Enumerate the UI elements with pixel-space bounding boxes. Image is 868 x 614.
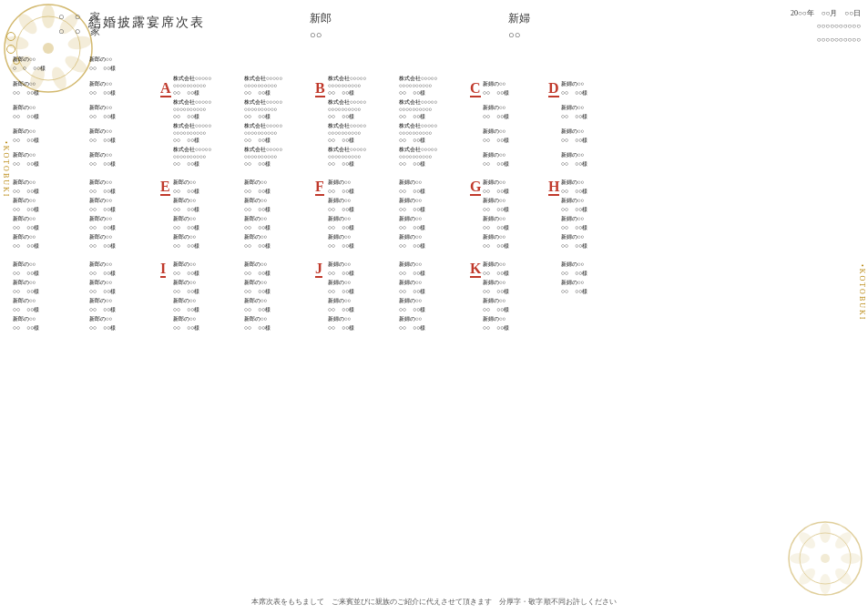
s2r1-c1: 新郎の○○ ○○ ○○様 [89, 179, 160, 196]
s1r4-c6: 新婦の○○ ○○ ○○様 [483, 151, 548, 169]
s3r1-c0: 新郎の○○ ○○ ○○様 [13, 261, 84, 278]
s3-row3: 新郎の○○ ○○ ○○様 新郎の○○ ○○ ○○様 新郎の○○ ○○ ○○様 新… [13, 297, 855, 314]
kotobuki-right-text: •KOTOBUKI [858, 264, 866, 321]
seating-chart: 新郎の○○ ○ ○ ○○様 新郎の○○ ○○ ○○様 新郎の○○ ○○ ○○様 … [13, 47, 855, 588]
s3r2-c6: 新婦の○○ ○○ ○○様 [483, 279, 548, 296]
s2-row2: 新郎の○○ ○○ ○○様 新郎の○○ ○○ ○○様 新郎の○○ ○○ ○○様 新… [13, 197, 855, 214]
s2r2-c0: 新郎の○○ ○○ ○○様 [13, 197, 84, 214]
s2r2-c1: 新郎の○○ ○○ ○○様 [89, 197, 160, 214]
date-block: 20○○年 ○○月 ○○日 ○○○○○○○○○○ ○○○○○○○○○○ [791, 7, 861, 46]
s1-row2: 新郎の○○ ○○ ○○様 新郎の○○ ○○ ○○様 株式会社○○○○○ ○○○○… [13, 98, 855, 121]
s1r1-c6: 新婦の○○ ○○ ○○様 [483, 80, 548, 97]
s3-row2: 新郎の○○ ○○ ○○様 新郎の○○ ○○ ○○様 新郎の○○ ○○ ○○様 新… [13, 279, 855, 296]
s1r3-c2: 株式会社○○○○○ ○○○○○○○○○○ ○○ ○○様 [173, 122, 244, 145]
s3r1-c6: 新婦の○○ ○○ ○○様 [483, 261, 548, 278]
s3r1-c1: 新郎の○○ ○○ ○○様 [89, 261, 160, 278]
label-K: K [470, 261, 481, 278]
s2r1-c7: 新婦の○○ ○○ ○○様 [561, 179, 627, 196]
svg-point-16 [42, 5, 55, 28]
s3r1-c7: 新婦の○○ ○○ ○○様 [561, 261, 627, 278]
s3r4-c3: 新郎の○○ ○○ ○○様 [244, 315, 315, 333]
s3r2-c4: 新婦の○○ ○○ ○○様 [328, 279, 399, 296]
s2r4-c7: 新婦の○○ ○○ ○○様 [561, 233, 627, 251]
s1r3-c0: 新郎の○○ ○○ ○○様 [13, 128, 84, 145]
s2r2-c7: 新婦の○○ ○○ ○○様 [561, 197, 627, 214]
s1r4-c1: 新郎の○○ ○○ ○○様 [89, 151, 160, 169]
shinro-name: ○○ [310, 29, 322, 40]
s1r3-c4: 株式会社○○○○○ ○○○○○○○○○○ ○○ ○○様 [328, 122, 399, 145]
label-D: D [548, 81, 559, 97]
s2r1-c6: 新婦の○○ ○○ ○○様 [483, 179, 548, 196]
s1r2-c1: 新郎の○○ ○○ ○○様 [89, 104, 160, 121]
s2r2-c5: 新婦の○○ ○○ ○○様 [399, 197, 470, 214]
s3r3-c5: 新婦の○○ ○○ ○○様 [399, 297, 470, 314]
s2-row4: 新郎の○○ ○○ ○○様 新郎の○○ ○○ ○○様 新郎の○○ ○○ ○○様 新… [13, 233, 855, 251]
s1r2-c6: 新婦の○○ ○○ ○○様 [483, 104, 548, 121]
footer-text: 本席次表をもちまして ご来賓並びに親族のご紹介に代えさせて頂きます 分厚字・敬字… [251, 598, 618, 607]
s2-row3: 新郎の○○ ○○ ○○様 新郎の○○ ○○ ○○様 新郎の○○ ○○ ○○様 新… [13, 215, 855, 232]
date-line1: 20○○年 ○○月 ○○日 [791, 7, 861, 20]
s1r4-c4: 株式会社○○○○○ ○○○○○○○○○○ ○○ ○○様 [328, 146, 399, 169]
page-title: 結婚披露宴席次表 [88, 15, 205, 31]
s3r4-c4: 新婦の○○ ○○ ○○様 [328, 315, 399, 333]
s1-row1: 新郎の○○ ○○ ○○様 新郎の○○ ○○ ○○様 A 株式会社○○○○○ ○○… [13, 75, 855, 97]
s3r3-c3: 新郎の○○ ○○ ○○様 [244, 297, 315, 314]
label-I: I [160, 261, 166, 278]
s3r4-c2: 新郎の○○ ○○ ○○様 [173, 315, 244, 333]
s1r1-c2: 株式会社○○○○○ ○○○○○○○○○○ ○○ ○○様 [173, 75, 244, 97]
s3r4-c1: 新郎の○○ ○○ ○○様 [89, 315, 160, 333]
label-A: A [160, 81, 171, 97]
s1r1-c3: 株式会社○○○○○ ○○○○○○○○○○ ○○ ○○様 [244, 75, 315, 97]
s2r3-c1: 新郎の○○ ○○ ○○様 [89, 215, 160, 232]
s3-row1: 新郎の○○ ○○ ○○様 新郎の○○ ○○ ○○様 I 新郎の○○ ○○ ○○様… [13, 261, 855, 278]
s1r1-c0: 新郎の○○ ○○ ○○様 [13, 80, 84, 97]
s3r3-c6: 新婦の○○ ○○ ○○様 [483, 297, 548, 314]
s2-row1: 新郎の○○ ○○ ○○様 新郎の○○ ○○ ○○様 E 新郎の○○ ○○ ○○様… [13, 179, 855, 196]
s2r4-c4: 新婦の○○ ○○ ○○様 [328, 233, 399, 251]
s2r3-c4: 新婦の○○ ○○ ○○様 [328, 215, 399, 232]
date-line2: ○○○○○○○○○○ [791, 20, 861, 33]
s3r3-c0: 新郎の○○ ○○ ○○様 [13, 297, 84, 314]
s3r2-c1: 新郎の○○ ○○ ○○様 [89, 279, 160, 296]
label-E: E [160, 179, 170, 196]
s2r3-c3: 新郎の○○ ○○ ○○様 [244, 215, 315, 232]
s1r1-c5: 株式会社○○○○○ ○○○○○○○○○○ ○○ ○○様 [399, 75, 470, 97]
s1r4-c2: 株式会社○○○○○ ○○○○○○○○○○ ○○ ○○様 [173, 146, 244, 169]
label-G: G [470, 179, 481, 196]
s1r2-c2: 株式会社○○○○○ ○○○○○○○○○○ ○○ ○○様 [173, 98, 244, 121]
s2r2-c3: 新郎の○○ ○○ ○○様 [244, 197, 315, 214]
s3-row4: 新郎の○○ ○○ ○○様 新郎の○○ ○○ ○○様 新郎の○○ ○○ ○○様 新… [13, 315, 855, 333]
shinro-label: 新郎 [310, 11, 332, 26]
s3r1-c3: 新郎の○○ ○○ ○○様 [244, 261, 315, 278]
s1r3-c5: 株式会社○○○○○ ○○○○○○○○○○ ○○ ○○様 [399, 122, 470, 145]
s1-row3: 新郎の○○ ○○ ○○様 新郎の○○ ○○ ○○様 株式会社○○○○○ ○○○○… [13, 122, 855, 145]
s3r1-c4: 新婦の○○ ○○ ○○様 [328, 261, 399, 278]
s1r4-c3: 株式会社○○○○○ ○○○○○○○○○○ ○○ ○○様 [244, 146, 315, 169]
s2r3-c5: 新婦の○○ ○○ ○○様 [399, 215, 470, 232]
s1r4-c7: 新婦の○○ ○○ ○○様 [561, 151, 627, 169]
s1r3-c1: 新郎の○○ ○○ ○○様 [89, 128, 160, 145]
s3r2-c3: 新郎の○○ ○○ ○○様 [244, 279, 315, 296]
s2r3-c6: 新婦の○○ ○○ ○○様 [483, 215, 548, 232]
s1r3-c3: 株式会社○○○○○ ○○○○○○○○○○ ○○ ○○様 [244, 122, 315, 145]
s2r4-c0: 新郎の○○ ○○ ○○様 [13, 233, 84, 251]
s3r3-c4: 新婦の○○ ○○ ○○様 [328, 297, 399, 314]
label-H: H [548, 179, 559, 196]
s1r1-c4: 株式会社○○○○○ ○○○○○○○○○○ ○○ ○○様 [328, 75, 399, 97]
s2r1-c5: 新婦の○○ ○○ ○○様 [399, 179, 470, 196]
s3r2-c2: 新郎の○○ ○○ ○○様 [173, 279, 244, 296]
s2r2-c6: 新婦の○○ ○○ ○○様 [483, 197, 548, 214]
shinpu-name: ○○ [508, 29, 520, 40]
s2r3-c0: 新郎の○○ ○○ ○○様 [13, 215, 84, 232]
s3r4-c6: 新婦の○○ ○○ ○○様 [483, 315, 548, 333]
label-B: B [315, 81, 325, 97]
svg-point-24 [15, 11, 40, 37]
s2r3-c7: 新婦の○○ ○○ ○○様 [561, 215, 627, 232]
s2r1-c4: 新婦の○○ ○○ ○○様 [328, 179, 399, 196]
full-page: ○ ○ 家 ○ ○ 家 結婚披露宴席次表 新郎 ○○ 新婦 ○○ 20○○年 ○… [0, 0, 868, 614]
s1r4-c5: 株式会社○○○○○ ○○○○○○○○○○ ○○ ○○様 [399, 146, 470, 169]
s1r2-c7: 新婦の○○ ○○ ○○様 [561, 104, 627, 121]
label-C: C [470, 81, 481, 97]
s2r4-c6: 新婦の○○ ○○ ○○様 [483, 233, 548, 251]
s2r1-c2: 新郎の○○ ○○ ○○様 [173, 179, 244, 196]
